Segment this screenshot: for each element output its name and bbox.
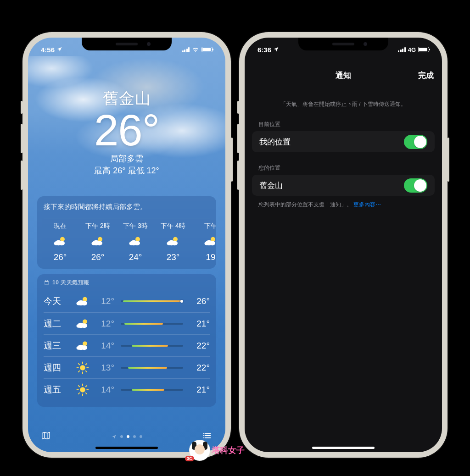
footer-note: 您列表中的部分位置不支援「通知」。 更多內容⋯ [245, 196, 442, 209]
daily-row[interactable]: 週五 14° 21° [44, 378, 210, 400]
volume-up [237, 124, 239, 153]
partly-cloudy-icon [76, 340, 90, 352]
watermark: 3C 塔科女子 [190, 440, 245, 460]
more-link[interactable]: 更多內容⋯ [353, 201, 381, 208]
hour-label: 下午 4時 [161, 222, 185, 230]
daily-row[interactable]: 今天 12° 26° [44, 290, 210, 312]
hour-label: 下午 2時 [85, 222, 110, 230]
daily-row[interactable]: 週四 13° 22° [44, 356, 210, 378]
daily-card[interactable]: 10 天天氣預報 今天 12° 26° 週二 12° [37, 274, 216, 407]
home-indicator[interactable] [95, 447, 158, 449]
notch [298, 38, 388, 50]
phone-notifications: 6:36 4G 通知 完成 「天氣」將會在開始或停止下雨 / 下雪時傳送通知。 … [239, 32, 448, 458]
hour-temp: 23° [167, 252, 180, 262]
hourly-card[interactable]: 接下來的時間都將持續局部多雲。 現在 26° 下午 2時 26° 下午 3時 [37, 196, 216, 269]
svg-line-47 [86, 393, 87, 394]
svg-point-26 [81, 323, 87, 328]
mute-switch [237, 101, 239, 114]
svg-point-14 [172, 241, 178, 245]
weather-hero: 舊金山 26° 局部多雲 最高 26° 最低 12° [37, 88, 216, 176]
day-name: 週四 [44, 362, 69, 374]
weather-screen: 4:56 舊金山 26° 局部多雲 最高 26° [28, 38, 225, 452]
network-label: 4G [408, 46, 416, 53]
hour-temp: 19 [206, 252, 215, 262]
hour-col: 下午 4時 23° [157, 222, 190, 262]
day-low: 13° [96, 363, 114, 373]
svg-point-19 [204, 242, 209, 245]
hour-label: 現在 [54, 222, 67, 230]
partly-cloudy-icon [204, 235, 216, 248]
wifi-icon [192, 47, 199, 52]
volume-down [21, 161, 22, 190]
hour-col: 現在 26° [44, 222, 77, 262]
city-cell[interactable]: 舊金山 [252, 175, 435, 196]
sunny-icon [76, 383, 90, 397]
current-condition: 局部多雲 [37, 153, 216, 164]
volume-down [237, 161, 239, 190]
hourly-banner: 接下來的時間都將持續局部多雲。 [44, 203, 210, 211]
svg-point-11 [129, 242, 134, 245]
temp-range-bar [121, 345, 183, 347]
status-time: 4:56 [41, 46, 55, 54]
svg-point-32 [80, 365, 85, 371]
day-high: 22° [190, 341, 210, 351]
day-name: 週五 [44, 384, 69, 396]
section-header-current: 目前位置 [245, 109, 442, 131]
cellular-icon [398, 47, 406, 52]
hour-col: 下午 3時 24° [119, 222, 152, 262]
volume-up [21, 124, 22, 153]
temp-range-bar [121, 323, 183, 325]
svg-point-2 [59, 241, 65, 245]
hour-label: 下午 [204, 222, 216, 230]
home-indicator[interactable] [312, 447, 375, 449]
high-low: 最高 26° 最低 12° [37, 165, 216, 176]
notch [82, 38, 172, 50]
city-cell-label: 舊金山 [259, 180, 283, 191]
temp-range-bar [121, 367, 183, 369]
my-location-cell[interactable]: 我的位置 [252, 131, 435, 152]
daily-row[interactable]: 週三 14° 22° [44, 334, 210, 356]
daily-card-title: 10 天天氣預報 [44, 279, 210, 287]
svg-point-15 [167, 242, 171, 245]
day-high: 21° [190, 385, 210, 395]
hour-col: 下午 2時 26° [81, 222, 114, 262]
day-name: 今天 [44, 295, 69, 307]
temp-range-bar [121, 300, 183, 302]
cellular-icon [182, 47, 190, 52]
sunny-icon [76, 361, 90, 375]
city-toggle[interactable] [404, 178, 427, 193]
page-indicator[interactable] [112, 434, 142, 439]
svg-line-39 [78, 371, 80, 372]
location-arrow-icon [273, 46, 279, 54]
status-time: 6:36 [257, 46, 271, 54]
svg-point-22 [81, 301, 87, 305]
svg-point-31 [76, 346, 81, 350]
hour-temp: 24° [129, 252, 142, 262]
partly-cloudy-icon [53, 235, 67, 248]
day-low: 12° [96, 296, 114, 306]
svg-point-23 [76, 302, 81, 305]
notifications-description: 「天氣」將會在開始或停止下雨 / 下雪時傳送通知。 [245, 85, 442, 109]
power-button [231, 138, 233, 182]
day-low: 14° [96, 341, 114, 351]
svg-point-18 [209, 241, 215, 245]
svg-line-38 [86, 371, 87, 372]
done-button[interactable]: 完成 [418, 70, 434, 81]
hour-col: 下午 19 [194, 222, 216, 262]
partly-cloudy-icon [129, 235, 142, 248]
partly-cloudy-icon [76, 295, 90, 307]
day-name: 週二 [44, 318, 69, 330]
daily-row[interactable]: 週二 12° 21° [44, 312, 210, 334]
nav-title: 通知 [336, 70, 351, 81]
day-name: 週三 [44, 340, 69, 352]
my-location-toggle[interactable] [404, 135, 427, 149]
day-low: 12° [96, 319, 114, 329]
svg-point-7 [91, 242, 96, 245]
partly-cloudy-icon [76, 318, 90, 330]
svg-line-46 [78, 385, 80, 387]
svg-point-30 [81, 345, 87, 350]
map-icon[interactable] [41, 431, 51, 443]
hour-temp: 26° [54, 252, 67, 262]
svg-line-40 [86, 363, 87, 365]
my-location-label: 我的位置 [259, 137, 291, 147]
